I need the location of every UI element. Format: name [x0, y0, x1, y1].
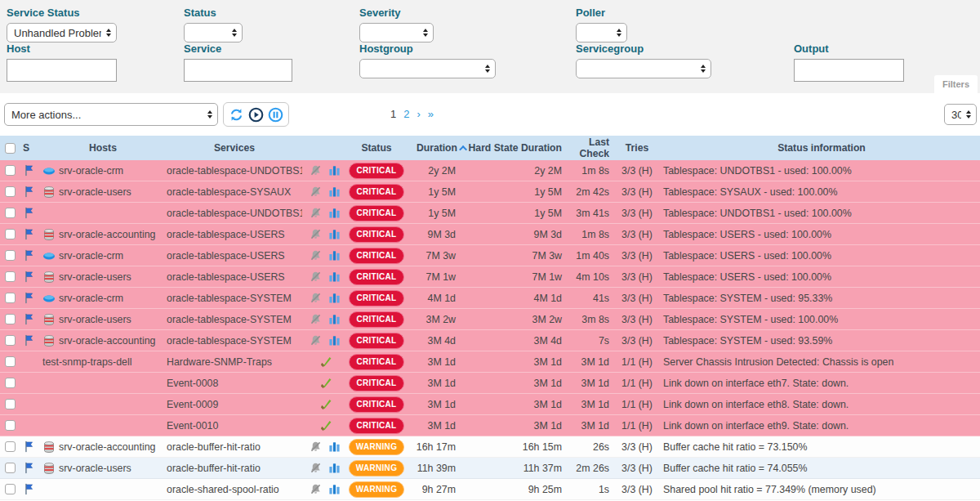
more-actions-select[interactable]: More actions... [4, 103, 218, 126]
row-icons [302, 271, 348, 283]
host-link[interactable]: srv-oracle-crm [59, 250, 123, 262]
chart-icon[interactable] [328, 164, 341, 177]
page-size-select[interactable]: 30 [944, 104, 977, 125]
service-link[interactable]: oracle-tablespace-SYSTEM [167, 335, 292, 347]
bell-muted-icon [310, 462, 322, 474]
refresh-icon[interactable] [228, 106, 245, 123]
host-cell: srv-oracle-accounting [42, 441, 163, 454]
row-checkbox[interactable] [5, 250, 16, 261]
row-checkbox[interactable] [5, 271, 16, 282]
host-link[interactable]: srv-oracle-users [59, 271, 131, 283]
service-link[interactable]: oracle-tablespace-SYSAUX [167, 186, 291, 198]
service-link[interactable]: Event-0010 [167, 420, 218, 432]
column-header-duration[interactable]: Duration [405, 142, 467, 154]
database-icon [42, 271, 56, 284]
column-header-status[interactable]: Status [348, 142, 405, 154]
severity-select[interactable] [359, 23, 434, 42]
row-checkbox[interactable] [5, 463, 16, 473]
status-information-cell: Link down on interface eth9. State: down… [660, 420, 980, 432]
row-checkbox[interactable] [5, 484, 16, 494]
chart-icon[interactable] [328, 207, 341, 219]
chart-icon[interactable] [328, 292, 341, 304]
row-icons [302, 249, 348, 262]
poller-select[interactable] [576, 23, 627, 42]
hard-state-duration-cell: 11h 37m [467, 463, 568, 474]
row-checkbox[interactable] [5, 378, 16, 388]
column-header-last-check[interactable]: Last Check [568, 136, 614, 159]
service-link[interactable]: oracle-tablespace-USERS [167, 271, 285, 283]
host-link[interactable]: test-snmp-traps-dell [42, 356, 131, 368]
service-link[interactable]: oracle-tablespace-SYSTEM [167, 293, 292, 304]
servicegroup-select[interactable] [576, 59, 711, 78]
service-cell: oracle-tablespace-SYSAUX [163, 186, 302, 198]
row-checkbox[interactable] [5, 208, 16, 218]
chart-icon[interactable] [328, 313, 341, 325]
row-checkbox[interactable] [5, 293, 16, 303]
filters-tab-button[interactable]: Filters [934, 75, 978, 94]
pause-icon[interactable] [267, 106, 284, 123]
host-link[interactable]: srv-oracle-accounting [59, 441, 155, 453]
host-link[interactable]: srv-oracle-users [59, 186, 131, 198]
host-link[interactable]: srv-oracle-accounting [59, 335, 155, 347]
service-link[interactable]: oracle-tablespace-UNDOTBS1 [167, 165, 302, 177]
hard-state-duration-cell: 1y 5M [467, 208, 568, 219]
row-checkbox[interactable] [5, 314, 16, 324]
hostgroup-select[interactable] [359, 59, 496, 78]
service-link[interactable]: Event-0009 [167, 399, 218, 410]
column-header-hard-state-duration[interactable]: Hard State Duration [467, 142, 568, 154]
service-link[interactable]: oracle-tablespace-USERS [167, 229, 285, 240]
row-checkbox[interactable] [5, 165, 16, 176]
chart-icon[interactable] [328, 271, 341, 283]
service-link[interactable]: oracle-buffer-hit-ratio [167, 463, 261, 474]
service-status-select[interactable]: Unhandled Problems [7, 23, 117, 42]
row-checkbox[interactable] [5, 420, 16, 431]
table-row: srv-oracle-accountingoracle-tablespace-S… [0, 330, 980, 351]
host-link[interactable]: srv-oracle-accounting [59, 229, 155, 240]
service-link[interactable]: Hardware-SNMP-Traps [167, 356, 272, 368]
status-label: Status [184, 7, 243, 19]
column-header-hosts[interactable]: Hosts [42, 142, 163, 154]
row-checkbox[interactable] [5, 356, 16, 367]
chart-icon[interactable] [328, 441, 341, 453]
pagination-link[interactable]: › [416, 108, 420, 120]
chart-icon[interactable] [328, 249, 341, 262]
filter-panel: Service Status Unhandled Problems Status… [0, 0, 980, 93]
chart-icon[interactable] [328, 483, 341, 495]
bell-muted-icon [310, 207, 322, 219]
row-checkbox[interactable] [5, 186, 16, 197]
chart-icon[interactable] [328, 228, 341, 240]
host-link[interactable]: srv-oracle-users [59, 314, 131, 325]
service-link[interactable]: Event-0008 [167, 378, 218, 389]
row-checkbox[interactable] [5, 399, 16, 409]
output-input[interactable] [794, 59, 904, 82]
row-checkbox[interactable] [5, 229, 16, 239]
hard-state-duration-cell: 3M 1d [467, 378, 568, 389]
play-icon[interactable] [247, 106, 265, 123]
last-check-cell: 2m 26s [568, 463, 614, 474]
chart-icon[interactable] [328, 334, 341, 347]
host-link[interactable]: srv-oracle-users [59, 463, 131, 474]
pagination-link[interactable]: » [428, 108, 434, 120]
chart-icon[interactable] [328, 186, 341, 198]
host-input[interactable] [7, 59, 117, 82]
service-link[interactable]: oracle-shared-spool-ratio [167, 484, 279, 495]
service-link[interactable]: oracle-tablespace-SYSTEM [167, 314, 292, 325]
column-header-tries[interactable]: Tries [614, 142, 660, 154]
check-icon [319, 377, 332, 389]
select-all-checkbox[interactable] [5, 143, 16, 154]
last-check-cell: 2m 42s [568, 186, 614, 198]
service-link[interactable]: oracle-tablespace-USERS [167, 250, 285, 262]
service-input[interactable] [184, 59, 292, 82]
status-badge: CRITICAL [349, 226, 403, 243]
host-link[interactable]: srv-oracle-crm [59, 293, 123, 304]
status-select[interactable] [184, 23, 243, 42]
column-header-services[interactable]: Services [163, 142, 302, 154]
row-checkbox[interactable] [5, 441, 16, 452]
chart-icon[interactable] [328, 462, 341, 474]
row-checkbox[interactable] [5, 335, 16, 346]
host-link[interactable]: srv-oracle-crm [59, 165, 123, 177]
service-link[interactable]: oracle-tablespace-UNDOTBS1 [167, 208, 302, 219]
service-link[interactable]: oracle-buffer-hit-ratio [167, 441, 261, 453]
pagination-link[interactable]: 2 [403, 108, 409, 120]
flag-icon [23, 228, 35, 240]
